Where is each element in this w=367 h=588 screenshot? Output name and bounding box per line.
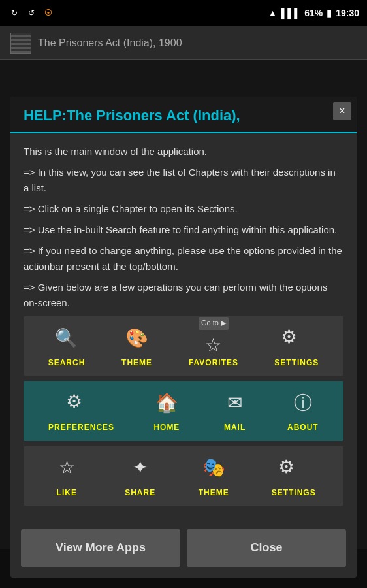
battery-percent: 61% — [304, 8, 323, 18]
icon-row-3: ☆ LIKE ✦ SHARE 🎭 THEME ⚙ SETTINGS — [24, 446, 343, 506]
dialog-body: This is the main window of the applicati… — [10, 133, 357, 521]
preferences-label: PREFERENCES — [48, 421, 114, 434]
view-more-apps-button[interactable]: View More Apps — [21, 529, 180, 567]
like-icon: ☆ — [51, 453, 82, 484]
theme-label-1: THEME — [121, 357, 152, 369]
theme-icon-2: 🎭 — [198, 453, 229, 484]
share-grid-item[interactable]: ✦ SHARE — [125, 453, 156, 499]
like-label: LIKE — [57, 487, 77, 499]
preferences-icon: ⚙ — [66, 387, 97, 419]
favorites-icon: Go to ▶ ☆ — [198, 323, 229, 354]
mail-label: MAIL — [224, 421, 246, 434]
dialog-overlay: HELP:The Prisoners Act (India), × This i… — [0, 60, 367, 588]
icon-row-1: 🔍 SEARCH 🎨 THEME Go to ▶ ☆ FAVORITES ⚙ — [24, 316, 343, 376]
preferences-grid-item[interactable]: ⚙ PREFERENCES — [48, 387, 114, 434]
sync-icon: ↻ — [8, 7, 21, 20]
search-label: SEARCH — [48, 357, 86, 369]
body-bullet5: => Given below are a few operations you … — [24, 280, 343, 311]
battery-icon: ▮ — [327, 8, 332, 18]
settings-grid-item-2[interactable]: ⚙ SETTINGS — [272, 453, 316, 499]
app-icon — [10, 33, 31, 54]
settings-icon-1: ⚙ — [281, 323, 312, 354]
home-grid-item[interactable]: 🏠 HOME — [151, 387, 182, 434]
home-label: HOME — [153, 421, 180, 434]
signal-icon: ▌▌▌ — [281, 8, 300, 18]
dialog-title: HELP:The Prisoners Act (India), — [24, 107, 343, 124]
search-grid-item[interactable]: 🔍 SEARCH — [48, 323, 86, 369]
dialog-x-button[interactable]: × — [333, 102, 351, 120]
share-label: SHARE — [125, 487, 155, 499]
dialog-header: HELP:The Prisoners Act (India), × — [10, 97, 357, 133]
about-label: ABOUT — [287, 421, 319, 434]
status-right-area: ▲ ▌▌▌ 61% ▮ 19:30 — [268, 8, 359, 18]
share-icon: ✦ — [125, 453, 156, 484]
icon-row-2: ⚙ PREFERENCES 🏠 HOME ✉ MAIL ⓘ ABOUT — [24, 381, 343, 440]
settings-label-2: SETTINGS — [272, 487, 316, 499]
about-icon: ⓘ — [287, 387, 319, 419]
help-dialog: HELP:The Prisoners Act (India), × This i… — [10, 97, 357, 578]
about-grid-item[interactable]: ⓘ ABOUT — [287, 387, 319, 434]
body-intro: This is the main window of the applicati… — [24, 144, 343, 159]
body-bullet2: => Click on a single Chapter to open its… — [24, 201, 343, 217]
theme-grid-item-1[interactable]: 🎨 THEME — [121, 323, 153, 369]
settings-icon-2: ⚙ — [278, 453, 310, 484]
body-bullet1: => In this view, you can see the list of… — [24, 165, 343, 196]
settings-grid-item-1[interactable]: ⚙ SETTINGS — [274, 323, 319, 369]
body-bullet3: => Use the in-built Search feature to fi… — [24, 222, 343, 238]
time-display: 19:30 — [336, 8, 359, 18]
like-grid-item[interactable]: ☆ LIKE — [51, 453, 82, 499]
wifi-icon: ▲ — [268, 8, 278, 18]
search-icon: 🔍 — [51, 323, 82, 354]
status-bar: ↻ ↺ ⦿ ▲ ▌▌▌ 61% ▮ 19:30 — [0, 0, 367, 26]
favorites-label: FAVORITES — [189, 357, 238, 369]
body-bullet4: => If you need to change anything, pleas… — [24, 243, 343, 274]
status-left-icons: ↻ ↺ ⦿ — [8, 7, 55, 20]
settings-label-1: SETTINGS — [274, 357, 319, 369]
mail-grid-item[interactable]: ✉ MAIL — [219, 387, 251, 434]
app-title: The Prisoners Act (India), 1900 — [38, 37, 182, 49]
home-icon: 🏠 — [151, 387, 182, 419]
dialog-footer: View More Apps Close — [10, 521, 357, 578]
app-title-bar: The Prisoners Act (India), 1900 — [0, 26, 367, 60]
rss-icon: ⦿ — [42, 7, 55, 20]
update-icon: ↺ — [25, 7, 38, 20]
theme-icon-1: 🎨 — [121, 323, 153, 354]
favorites-grid-item[interactable]: Go to ▶ ☆ FAVORITES — [189, 323, 238, 369]
close-button[interactable]: Close — [187, 529, 346, 567]
theme-grid-item-2[interactable]: 🎭 THEME — [198, 453, 229, 499]
theme-label-2: THEME — [199, 487, 229, 499]
mail-icon: ✉ — [219, 387, 251, 419]
